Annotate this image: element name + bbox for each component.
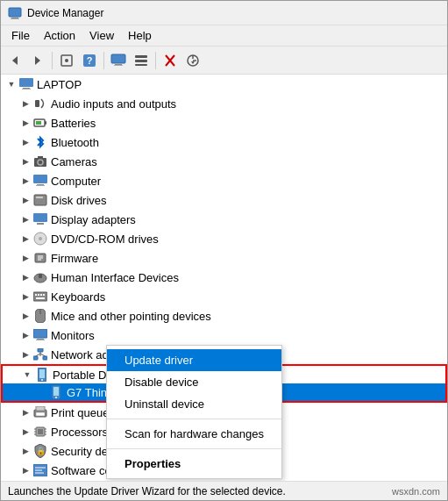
tree-item-computer[interactable]: ▶Computer: [1, 171, 447, 190]
svg-rect-57: [33, 356, 38, 360]
tree-item-audio[interactable]: ▶Audio inputs and outputs: [1, 94, 447, 113]
svg-rect-55: [36, 340, 45, 340]
tree-item-dvd[interactable]: ▶DVD/CD-ROM drives: [1, 229, 447, 248]
tree-label-mice: Mice and other pointing devices: [51, 310, 211, 323]
svg-rect-14: [135, 64, 147, 66]
tree-arrow-display[interactable]: ▶: [18, 215, 32, 224]
svg-rect-51: [36, 297, 45, 299]
context-menu-item-disable[interactable]: Disable device: [107, 371, 281, 393]
tree-item-bluetooth[interactable]: ▶Bluetooth: [1, 132, 447, 152]
toolbar-delete[interactable]: [160, 50, 181, 71]
tree-arrow-dvd[interactable]: ▶: [18, 234, 32, 243]
tree-arrow-firmware[interactable]: ▶: [18, 254, 32, 262]
svg-rect-56: [38, 348, 43, 352]
tree-arrow-audio[interactable]: ▶: [18, 99, 32, 108]
tree-label-processors: Processors: [51, 426, 108, 439]
toolbar-sep2: [103, 52, 104, 69]
tree-item-disk[interactable]: ▶Disk drives: [1, 190, 447, 210]
context-menu-item-properties[interactable]: Properties: [107, 453, 281, 475]
svg-rect-13: [135, 60, 147, 62]
tree-item-firmware[interactable]: ▶Firmware: [1, 248, 447, 268]
tree-arrow-batteries[interactable]: ▶: [18, 118, 32, 127]
tree-arrow-portable[interactable]: ▼: [20, 370, 34, 379]
tree-item-batteries[interactable]: ▶Batteries: [1, 113, 447, 132]
svg-rect-26: [45, 121, 46, 125]
tree-arrow-network[interactable]: ▶: [18, 350, 32, 359]
tree-arrow-bluetooth[interactable]: ▶: [18, 138, 32, 147]
tree-label-firmware: Firmware: [51, 252, 98, 265]
tree-item-hid[interactable]: ▶Human Interface Devices: [1, 268, 447, 287]
svg-rect-24: [35, 100, 39, 107]
svg-rect-50: [43, 294, 45, 296]
svg-rect-11: [114, 65, 123, 66]
svg-rect-72: [38, 429, 43, 434]
menu-view[interactable]: View: [82, 27, 121, 44]
tree-item-monitors[interactable]: ▶Monitors: [1, 326, 447, 345]
tree-arrow-computer[interactable]: ▶: [18, 176, 32, 185]
tree-item-mice[interactable]: ▶Mice and other pointing devices: [1, 306, 447, 326]
tree-arrow-processors[interactable]: ▶: [18, 427, 32, 436]
device-tree[interactable]: ▼LAPTOP▶Audio inputs and outputs▶Batteri…: [1, 75, 447, 481]
context-menu-separator: [107, 419, 281, 419]
svg-line-60: [36, 354, 41, 356]
context-menu: Update driverDisable deviceUninstall dev…: [106, 345, 282, 479]
tree-arrow-softwareco[interactable]: ▶: [18, 466, 32, 475]
tree-arrow-hid[interactable]: ▶: [18, 273, 32, 282]
tree-arrow-disk[interactable]: ▶: [18, 196, 32, 204]
svg-rect-0: [9, 8, 21, 17]
toolbar-computer[interactable]: [108, 50, 129, 71]
tree-arrow-keyboards[interactable]: ▶: [18, 292, 32, 301]
tree-item-display[interactable]: ▶Display adapters: [1, 210, 447, 229]
svg-rect-46: [33, 292, 47, 301]
svg-rect-12: [135, 55, 147, 58]
tree-item-keyboards[interactable]: ▶Keyboards: [1, 287, 447, 306]
svg-rect-33: [36, 185, 45, 186]
svg-point-64: [41, 379, 43, 381]
tree-arrow-print[interactable]: ▶: [18, 408, 32, 417]
toolbar-list[interactable]: [131, 50, 152, 71]
menu-file[interactable]: File: [4, 27, 37, 44]
svg-rect-21: [19, 78, 33, 87]
svg-rect-9: [111, 54, 125, 63]
svg-marker-4: [35, 56, 40, 65]
tree-icon-mice: [32, 309, 48, 323]
tree-item-laptop[interactable]: ▼LAPTOP: [1, 75, 447, 94]
context-menu-item-update[interactable]: Update driver: [107, 349, 281, 371]
menu-help[interactable]: Help: [121, 27, 159, 44]
toolbar-help[interactable]: ?: [79, 50, 100, 71]
tree-arrow-mice[interactable]: ▶: [18, 311, 32, 320]
tree-icon-batteries: [32, 116, 48, 130]
toolbar-forward[interactable]: [27, 50, 48, 71]
tree-label-disk: Disk drives: [51, 194, 107, 207]
app-icon: [8, 6, 22, 20]
tree-label-audio: Audio inputs and outputs: [51, 97, 176, 111]
tree-label-hid: Human Interface Devices: [51, 271, 179, 284]
svg-rect-30: [38, 156, 43, 159]
toolbar-properties[interactable]: [56, 50, 77, 71]
menu-action[interactable]: Action: [37, 27, 82, 44]
tree-label-computer: Computer: [51, 175, 101, 188]
toolbar-back[interactable]: [4, 50, 25, 71]
svg-rect-66: [53, 387, 59, 396]
tree-icon-g7: [48, 385, 64, 399]
context-menu-item-uninstall[interactable]: Uninstall device: [107, 393, 281, 415]
svg-rect-69: [36, 406, 45, 411]
tree-arrow-cameras[interactable]: ▶: [18, 157, 32, 166]
svg-rect-35: [36, 197, 43, 198]
tree-label-softwareco: Software co: [51, 464, 111, 477]
tree-label-monitors: Monitors: [51, 329, 95, 342]
tree-arrow-laptop[interactable]: ▼: [4, 80, 18, 89]
context-menu-item-scan[interactable]: Scan for hardware changes: [107, 423, 281, 445]
toolbar-scan[interactable]: [182, 50, 203, 71]
tree-icon-portable: [34, 368, 50, 382]
svg-point-39: [39, 237, 42, 240]
tree-icon-disk: [32, 193, 48, 207]
tree-label-print: Print queue: [51, 406, 110, 419]
tree-label-laptop: LAPTOP: [37, 78, 82, 91]
tree-arrow-monitors[interactable]: ▶: [18, 331, 32, 340]
svg-rect-48: [38, 294, 39, 296]
tree-item-softwared[interactable]: ▶Software de: [1, 480, 447, 481]
tree-arrow-security[interactable]: ▶: [18, 447, 32, 455]
svg-text:🔒: 🔒: [36, 446, 46, 456]
tree-item-cameras[interactable]: ▶Cameras: [1, 152, 447, 171]
